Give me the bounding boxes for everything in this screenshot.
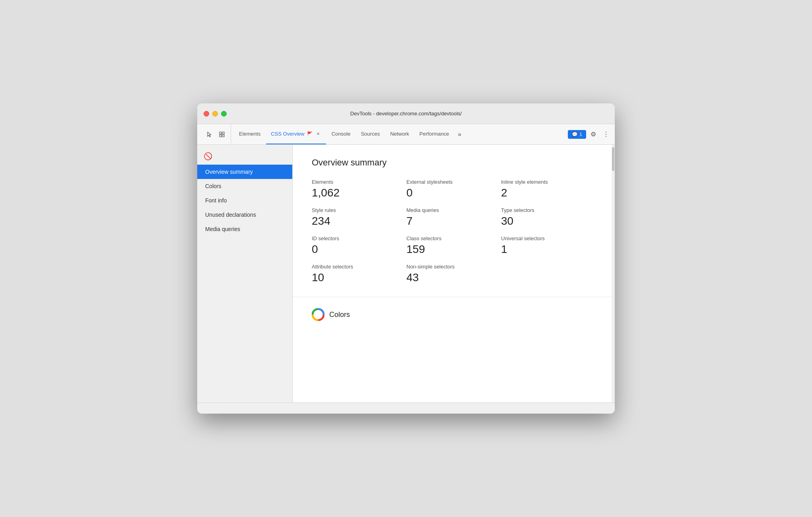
- traffic-lights: [204, 111, 227, 117]
- scrollbar-thumb[interactable]: [612, 147, 614, 171]
- sidebar: 🚫 Overview summary Colors Font info Unus…: [197, 145, 293, 402]
- minimize-button[interactable]: [212, 111, 218, 117]
- maximize-button[interactable]: [221, 111, 227, 117]
- colors-circle-icon: [312, 308, 324, 321]
- stat-inline-style-elements-value: 2: [501, 187, 596, 199]
- stats-grid: Elements 1,062 External stylesheets 0 In…: [312, 179, 596, 284]
- stat-style-rules: Style rules 234: [312, 207, 406, 227]
- feedback-button[interactable]: 💬 1: [568, 130, 586, 139]
- tab-sources[interactable]: Sources: [356, 124, 385, 144]
- sidebar-item-overview-summary[interactable]: Overview summary: [197, 165, 292, 179]
- tab-network[interactable]: Network: [385, 124, 414, 144]
- window-title: DevTools - developer.chrome.com/tags/dev…: [350, 111, 462, 117]
- stat-universal-selectors-label: Universal selectors: [501, 235, 596, 241]
- stat-attribute-selectors-value: 10: [312, 271, 406, 284]
- svg-rect-2: [220, 135, 221, 137]
- scrollbar-track[interactable]: [612, 145, 615, 402]
- chat-icon: 💬: [572, 132, 578, 137]
- stat-style-rules-value: 234: [312, 215, 406, 227]
- tabs-right-actions: 💬 1 ⚙ ⋮: [568, 124, 612, 144]
- stat-non-simple-selectors-label: Non-simple selectors: [406, 264, 501, 270]
- stat-class-selectors-label: Class selectors: [406, 235, 501, 241]
- colors-section-title: Colors: [329, 311, 350, 319]
- stat-id-selectors-value: 0: [312, 243, 406, 256]
- inspect-icon[interactable]: [216, 129, 227, 140]
- settings-button[interactable]: ⚙: [588, 129, 599, 140]
- bottom-bar: [197, 402, 615, 414]
- stat-external-stylesheets-value: 0: [406, 187, 501, 199]
- tab-close-button[interactable]: ✕: [315, 131, 321, 137]
- stat-style-rules-label: Style rules: [312, 207, 406, 213]
- devtools-window: DevTools - developer.chrome.com/tags/dev…: [197, 103, 615, 414]
- sidebar-item-font-info[interactable]: Font info: [197, 193, 292, 208]
- more-tabs-button[interactable]: »: [455, 124, 464, 144]
- stat-id-selectors-label: ID selectors: [312, 235, 406, 241]
- stat-media-queries: Media queries 7: [406, 207, 501, 227]
- main-content: Overview summary Elements 1,062 External…: [293, 145, 615, 402]
- stat-elements-value: 1,062: [312, 187, 406, 199]
- stat-type-selectors-value: 30: [501, 215, 596, 227]
- svg-rect-3: [222, 135, 224, 137]
- close-button[interactable]: [204, 111, 209, 117]
- stat-external-stylesheets-label: External stylesheets: [406, 179, 501, 185]
- title-bar: DevTools - developer.chrome.com/tags/dev…: [197, 103, 615, 124]
- sidebar-item-colors[interactable]: Colors: [197, 179, 292, 193]
- stat-type-selectors: Type selectors 30: [501, 207, 596, 227]
- tab-performance[interactable]: Performance: [415, 124, 454, 144]
- stat-universal-selectors-value: 1: [501, 243, 596, 256]
- stat-class-selectors-value: 159: [406, 243, 501, 256]
- more-options-button[interactable]: ⋮: [600, 129, 612, 140]
- stat-inline-style-elements: Inline style elements 2: [501, 179, 596, 199]
- tab-css-overview[interactable]: CSS Overview 🚩 ✕: [266, 124, 326, 144]
- colors-section: Colors: [293, 297, 615, 332]
- stat-attribute-selectors: Attribute selectors 10: [312, 264, 406, 284]
- sidebar-item-media-queries[interactable]: Media queries: [197, 222, 292, 236]
- tab-icons-group: [200, 124, 231, 144]
- tab-console[interactable]: Console: [327, 124, 355, 144]
- stat-type-selectors-label: Type selectors: [501, 207, 596, 213]
- stat-class-selectors: Class selectors 159: [406, 235, 501, 256]
- stat-id-selectors: ID selectors 0: [312, 235, 406, 256]
- stat-elements: Elements 1,062: [312, 179, 406, 199]
- block-icon: 🚫: [197, 148, 292, 165]
- sidebar-item-unused-declarations[interactable]: Unused declarations: [197, 208, 292, 222]
- tabs-bar: Elements CSS Overview 🚩 ✕ Console Source…: [197, 124, 615, 145]
- stat-external-stylesheets: External stylesheets 0: [406, 179, 501, 199]
- svg-rect-1: [222, 132, 224, 134]
- stat-universal-selectors: Universal selectors 1: [501, 235, 596, 256]
- stat-elements-label: Elements: [312, 179, 406, 185]
- svg-rect-0: [220, 132, 221, 134]
- stat-inline-style-elements-label: Inline style elements: [501, 179, 596, 185]
- stat-non-simple-selectors: Non-simple selectors 43: [406, 264, 501, 284]
- cursor-icon[interactable]: [204, 129, 215, 140]
- colors-header: Colors: [312, 308, 596, 321]
- gear-icon: ⚙: [591, 130, 596, 138]
- devtools-body: 🚫 Overview summary Colors Font info Unus…: [197, 145, 615, 402]
- tab-elements[interactable]: Elements: [234, 124, 265, 144]
- more-dots-icon: ⋮: [603, 130, 609, 138]
- overview-summary-section: Overview summary Elements 1,062 External…: [293, 145, 615, 297]
- stat-non-simple-selectors-value: 43: [406, 271, 501, 284]
- stat-media-queries-label: Media queries: [406, 207, 501, 213]
- stat-attribute-selectors-label: Attribute selectors: [312, 264, 406, 270]
- stat-media-queries-value: 7: [406, 215, 501, 227]
- overview-summary-title: Overview summary: [312, 157, 596, 168]
- css-overview-flag-icon: 🚩: [307, 131, 313, 136]
